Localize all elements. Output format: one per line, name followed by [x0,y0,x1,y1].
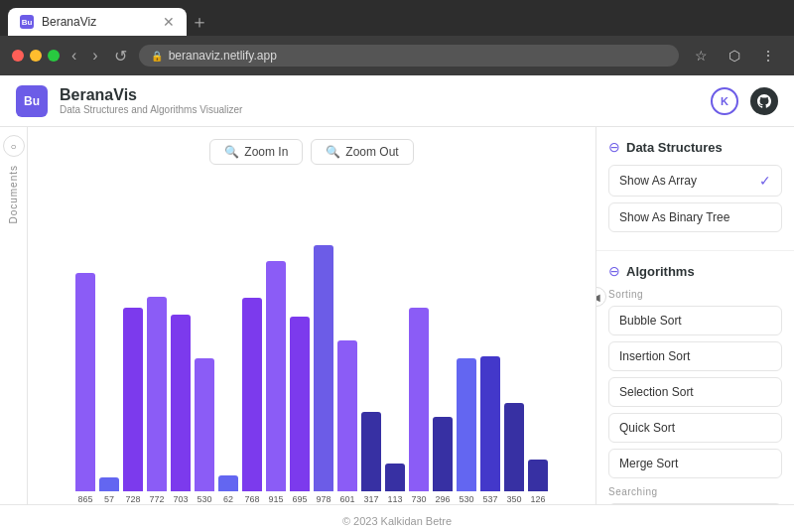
forward-button[interactable]: › [88,45,101,66]
bar[interactable] [433,417,453,491]
bar[interactable] [218,475,238,491]
bar-group: 317 [361,412,381,504]
bar[interactable] [171,315,191,491]
app-container: Bu BeranaVis Data Structures and Algorit… [0,75,794,532]
bar[interactable] [361,412,381,491]
quick-sort-item[interactable]: Quick Sort [608,413,782,443]
app-header: Bu BeranaVis Data Structures and Algorit… [0,75,794,127]
bar[interactable] [290,317,310,491]
refresh-button[interactable]: ↺ [110,45,131,67]
bar[interactable] [480,356,500,491]
zoom-out-button[interactable]: 🔍 Zoom Out [311,139,413,165]
bars-container: 8655772877270353062768915695978601317113… [75,226,548,504]
bar[interactable] [147,297,167,491]
bar-group: 915 [266,261,286,504]
tab-title: BeranaViz [42,15,155,29]
bar-value-label: 530 [197,494,211,504]
bar-group: 530 [195,358,214,504]
bar-value-label: 772 [149,494,164,504]
zoom-out-icon: 🔍 [326,145,340,159]
collapse-icon[interactable]: ⊖ [608,139,620,155]
bar-value-label: 57 [104,494,114,504]
insertion-sort-item[interactable]: Insertion Sort [608,341,782,371]
quick-sort-label: Quick Sort [619,421,675,435]
show-as-binary-tree-item[interactable]: Show As Binary Tree [608,202,782,232]
browser-tab[interactable]: Bu BeranaViz ✕ [8,8,187,36]
show-as-array-label: Show As Array [619,174,697,188]
selection-sort-item[interactable]: Selection Sort [608,377,782,407]
bar[interactable] [242,298,262,491]
bar[interactable] [528,460,548,491]
new-tab-icon[interactable]: ＋ [191,10,208,34]
array-checkmark: ✓ [759,173,771,189]
algorithms-section: ⊖ Algorithms Sorting Bubble Sort Inserti… [596,251,794,504]
sidebar-toggle-icon[interactable]: ○ [3,135,25,157]
bar-value-label: 601 [339,494,354,504]
bar-group: 296 [433,417,453,504]
bar-value-label: 126 [530,494,545,504]
sidebar-collapse-icon[interactable]: ◀ [596,287,606,307]
tab-close-icon[interactable]: ✕ [163,14,175,30]
merge-sort-item[interactable]: Merge Sort [608,449,782,478]
brand-subtitle: Data Structures and Algorithms Visualize… [60,104,242,115]
maximize-dot[interactable] [48,50,60,62]
url-bar[interactable]: 🔒 beranaviz.netlify.app [139,45,679,66]
show-as-binary-tree-label: Show As Binary Tree [619,210,729,224]
bar-group: 530 [457,358,476,504]
bar[interactable] [385,464,405,491]
app-footer: © 2023 Kalkidan Betre [0,504,794,532]
algorithms-header: ⊖ Algorithms [608,263,782,279]
bar[interactable] [314,245,333,491]
bar[interactable] [337,340,357,491]
bar-group: 728 [123,308,143,504]
bar-group: 772 [147,297,167,504]
bar[interactable] [99,477,119,491]
bar-value-label: 865 [77,494,92,504]
menu-icon[interactable]: ⋮ [754,42,782,69]
insertion-sort-label: Insertion Sort [619,349,690,363]
app-main: ○ Documents 🔍 Zoom In 🔍 Zoom Out 8655772… [0,127,794,504]
bar-group: 350 [504,403,524,504]
window-controls [12,50,60,62]
back-button[interactable]: ‹ [67,45,80,66]
bar-value-label: 317 [363,494,378,504]
bar-group: 865 [75,273,95,504]
tab-bar: Bu BeranaViz ✕ ＋ [0,0,794,36]
avatar[interactable]: K [711,87,738,115]
linear-search-item[interactable]: Linear Search [608,503,782,504]
browser-chrome: Bu BeranaViz ✕ ＋ ‹ › ↺ 🔒 beranaviz.netli… [0,0,794,75]
algorithms-title: Algorithms [626,264,695,279]
data-structures-section: ⊖ Data Structures Show As Array ✓ Show A… [596,127,794,251]
bar[interactable] [409,308,429,491]
algorithms-collapse-icon[interactable]: ⊖ [608,263,620,279]
bar-group: 695 [290,317,310,504]
data-structures-header: ⊖ Data Structures [608,139,782,155]
selection-sort-label: Selection Sort [619,385,694,399]
bar[interactable] [504,403,524,491]
bar-group: 768 [242,298,262,504]
bar[interactable] [75,273,95,491]
bar[interactable] [457,358,476,491]
right-sidebar: ◀ Visualizations ⊖ Data Structures Show … [596,127,794,504]
left-sidebar: ○ Documents [0,127,28,504]
zoom-in-button[interactable]: 🔍 Zoom In [209,139,303,165]
minimize-dot[interactable] [30,50,42,62]
bar[interactable] [266,261,286,491]
extensions-icon[interactable]: ⬡ [721,42,748,69]
bar-value-label: 703 [173,494,188,504]
bar-group: 57 [99,477,119,504]
bar-group: 978 [314,245,333,504]
bookmark-icon[interactable]: ☆ [687,42,715,69]
browser-toolbar: ‹ › ↺ 🔒 beranaviz.netlify.app ☆ ⬡ ⋮ [0,36,794,75]
show-as-array-item[interactable]: Show As Array ✓ [608,165,782,197]
bar[interactable] [195,358,214,491]
bubble-sort-label: Bubble Sort [619,314,682,328]
github-icon[interactable] [750,87,778,115]
sidebar-label: Documents [8,165,19,224]
bubble-sort-item[interactable]: Bubble Sort [608,306,782,335]
bar-group: 601 [337,340,357,504]
close-dot[interactable] [12,50,24,62]
bar-value-label: 62 [223,494,233,504]
bar-group: 537 [480,356,500,504]
bar[interactable] [123,308,143,491]
